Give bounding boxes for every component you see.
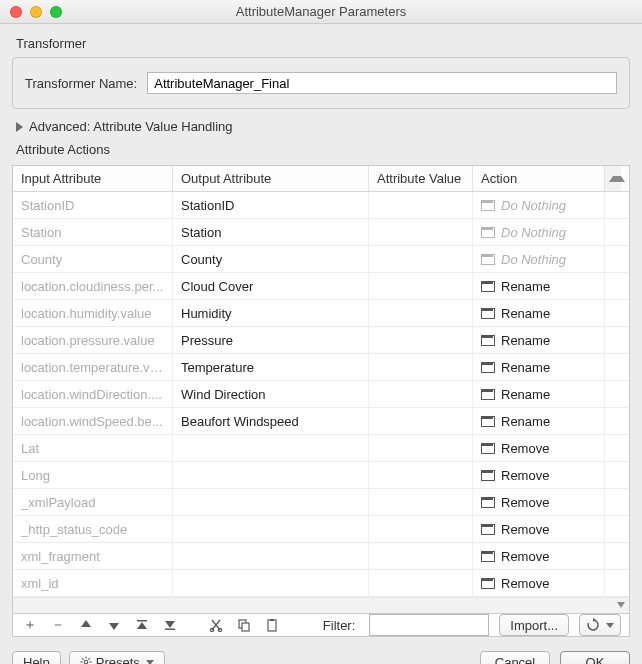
close-window-button[interactable]	[10, 6, 22, 18]
cell-input-attribute[interactable]: location.pressure.value	[13, 327, 173, 353]
cell-action[interactable]: Do Nothing	[473, 192, 605, 218]
table-row[interactable]: location.windDirection....Wind Direction…	[13, 381, 629, 408]
cell-attribute-value[interactable]	[369, 300, 473, 326]
cell-output-attribute[interactable]: Temperature	[173, 354, 369, 380]
col-attribute-value[interactable]: Attribute Value	[369, 166, 473, 191]
cell-attribute-value[interactable]	[369, 381, 473, 407]
cell-attribute-value[interactable]	[369, 543, 473, 569]
cell-output-attribute[interactable]: Humidity	[173, 300, 369, 326]
add-row-button[interactable]: ＋	[21, 616, 39, 634]
cell-output-attribute[interactable]: County	[173, 246, 369, 272]
minimize-window-button[interactable]	[30, 6, 42, 18]
cell-attribute-value[interactable]	[369, 516, 473, 542]
cell-input-attribute[interactable]: _http_status_code	[13, 516, 173, 542]
table-row[interactable]: LatRemove	[13, 435, 629, 462]
table-row[interactable]: LongRemove	[13, 462, 629, 489]
scroll-up-icon[interactable]	[605, 166, 621, 191]
refresh-button[interactable]	[579, 614, 621, 636]
cell-input-attribute[interactable]: County	[13, 246, 173, 272]
cell-attribute-value[interactable]	[369, 327, 473, 353]
move-bottom-button[interactable]	[161, 616, 179, 634]
col-input-attribute[interactable]: Input Attribute	[13, 166, 173, 191]
cell-action[interactable]: Remove	[473, 489, 605, 515]
import-button[interactable]: Import...	[499, 614, 569, 636]
cell-attribute-value[interactable]	[369, 489, 473, 515]
table-row[interactable]: xml_idRemove	[13, 570, 629, 597]
cell-action[interactable]: Remove	[473, 543, 605, 569]
table-row[interactable]: location.humidity.valueHumidityRename	[13, 300, 629, 327]
zoom-window-button[interactable]	[50, 6, 62, 18]
cell-attribute-value[interactable]	[369, 354, 473, 380]
cell-output-attribute[interactable]	[173, 489, 369, 515]
cell-output-attribute[interactable]	[173, 462, 369, 488]
scroll-down-icon[interactable]	[13, 597, 629, 613]
cell-input-attribute[interactable]: xml_fragment	[13, 543, 173, 569]
table-row[interactable]: location.temperature.va...TemperatureRen…	[13, 354, 629, 381]
move-down-button[interactable]	[105, 616, 123, 634]
cell-attribute-value[interactable]	[369, 219, 473, 245]
paste-button[interactable]	[263, 616, 281, 634]
cell-action[interactable]: Rename	[473, 381, 605, 407]
table-row[interactable]: location.pressure.valuePressureRename	[13, 327, 629, 354]
cell-output-attribute[interactable]	[173, 570, 369, 596]
cell-attribute-value[interactable]	[369, 462, 473, 488]
filter-input[interactable]	[369, 614, 489, 636]
table-row[interactable]: xml_fragmentRemove	[13, 543, 629, 570]
table-row[interactable]: location.windSpeed.be...Beaufort Windspe…	[13, 408, 629, 435]
cell-input-attribute[interactable]: location.temperature.va...	[13, 354, 173, 380]
transformer-name-input[interactable]	[147, 72, 617, 94]
cell-input-attribute[interactable]: location.humidity.value	[13, 300, 173, 326]
table-row[interactable]: CountyCountyDo Nothing	[13, 246, 629, 273]
cell-action[interactable]: Rename	[473, 300, 605, 326]
cell-input-attribute[interactable]: Long	[13, 462, 173, 488]
col-action[interactable]: Action	[473, 166, 605, 191]
cell-output-attribute[interactable]: Wind Direction	[173, 381, 369, 407]
cut-button[interactable]	[207, 616, 225, 634]
table-row[interactable]: _http_status_codeRemove	[13, 516, 629, 543]
copy-button[interactable]	[235, 616, 253, 634]
cell-action[interactable]: Do Nothing	[473, 219, 605, 245]
cell-output-attribute[interactable]	[173, 516, 369, 542]
cell-attribute-value[interactable]	[369, 408, 473, 434]
table-row[interactable]: location.cloudiness.per...Cloud CoverRen…	[13, 273, 629, 300]
cell-action[interactable]: Rename	[473, 327, 605, 353]
table-row[interactable]: StationStationDo Nothing	[13, 219, 629, 246]
cell-attribute-value[interactable]	[369, 246, 473, 272]
cell-attribute-value[interactable]	[369, 192, 473, 218]
ok-button[interactable]: OK	[560, 651, 630, 664]
cell-action[interactable]: Rename	[473, 354, 605, 380]
move-up-button[interactable]	[77, 616, 95, 634]
table-row[interactable]: _xmlPayloadRemove	[13, 489, 629, 516]
advanced-disclosure[interactable]: Advanced: Attribute Value Handling	[16, 119, 630, 134]
cell-input-attribute[interactable]: _xmlPayload	[13, 489, 173, 515]
remove-row-button[interactable]: －	[49, 616, 67, 634]
help-button[interactable]: Help	[12, 651, 61, 664]
cell-output-attribute[interactable]	[173, 543, 369, 569]
cell-input-attribute[interactable]: location.windDirection....	[13, 381, 173, 407]
cell-output-attribute[interactable]: Station	[173, 219, 369, 245]
col-output-attribute[interactable]: Output Attribute	[173, 166, 369, 191]
table-row[interactable]: StationIDStationIDDo Nothing	[13, 192, 629, 219]
cell-attribute-value[interactable]	[369, 273, 473, 299]
cell-input-attribute[interactable]: Station	[13, 219, 173, 245]
presets-button[interactable]: Presets	[69, 651, 165, 664]
cell-action[interactable]: Remove	[473, 570, 605, 596]
cell-action[interactable]: Rename	[473, 273, 605, 299]
cell-action[interactable]: Remove	[473, 435, 605, 461]
cell-output-attribute[interactable]: Pressure	[173, 327, 369, 353]
cell-output-attribute[interactable]: Cloud Cover	[173, 273, 369, 299]
cell-output-attribute[interactable]: Beaufort Windspeed	[173, 408, 369, 434]
cell-action[interactable]: Rename	[473, 408, 605, 434]
cell-action[interactable]: Remove	[473, 462, 605, 488]
cell-output-attribute[interactable]: StationID	[173, 192, 369, 218]
cell-input-attribute[interactable]: StationID	[13, 192, 173, 218]
cell-input-attribute[interactable]: location.windSpeed.be...	[13, 408, 173, 434]
move-top-button[interactable]	[133, 616, 151, 634]
cancel-button[interactable]: Cancel	[480, 651, 550, 664]
cell-action[interactable]: Do Nothing	[473, 246, 605, 272]
cell-input-attribute[interactable]: location.cloudiness.per...	[13, 273, 173, 299]
cell-input-attribute[interactable]: Lat	[13, 435, 173, 461]
cell-output-attribute[interactable]	[173, 435, 369, 461]
cell-input-attribute[interactable]: xml_id	[13, 570, 173, 596]
cell-attribute-value[interactable]	[369, 570, 473, 596]
